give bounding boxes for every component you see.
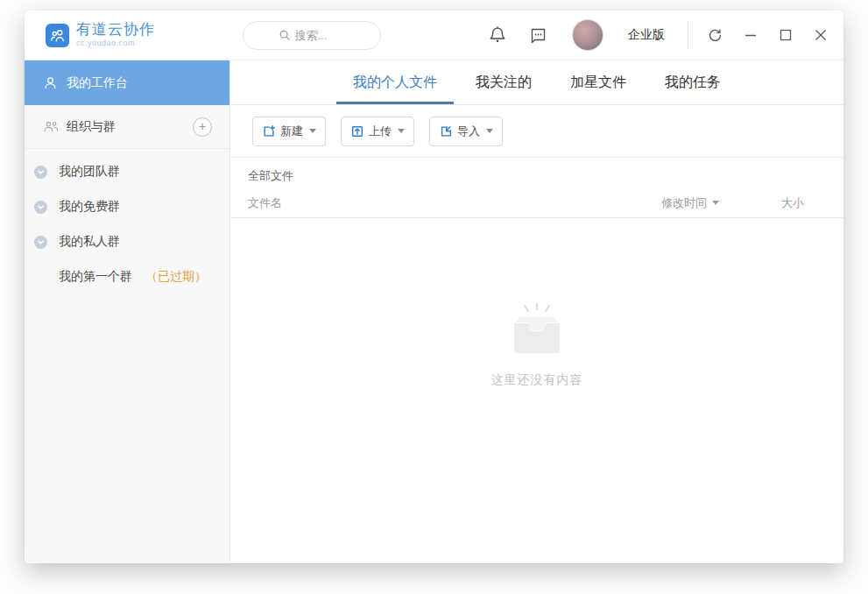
title-bar: 有道云协作 cc.youdao.com [25, 11, 843, 60]
chevron-down-icon [486, 129, 493, 133]
tab-my-tasks[interactable]: 我的任务 [648, 60, 737, 104]
main-area: 我的工作台 组织与群 + 我的团队群 [25, 60, 843, 563]
empty-inbox-icon [504, 301, 570, 364]
refresh-button[interactable] [704, 25, 726, 46]
group-list: 我的团队群 我的免费群 我的私人群 我的第一个群 （已过期） [25, 149, 229, 294]
breadcrumb: 全部文件 [230, 158, 843, 188]
upload-button[interactable]: 上传 [341, 117, 414, 146]
app-title: 有道云协作 [76, 22, 155, 38]
chevron-down-icon [398, 129, 405, 133]
close-icon [814, 28, 828, 42]
sidebar: 我的工作台 组织与群 + 我的团队群 [25, 60, 230, 563]
group-badge-icon [34, 236, 47, 249]
brand-text: 有道云协作 cc.youdao.com [76, 22, 155, 47]
column-size: 大小 [747, 195, 843, 211]
column-modified-time[interactable]: 修改时间 [616, 195, 747, 211]
window-controls [704, 25, 831, 46]
close-button[interactable] [810, 25, 831, 46]
org-groups-label: 组织与群 [67, 119, 116, 135]
search-icon [279, 29, 291, 41]
group-badge-icon [34, 201, 47, 214]
content-area: 我的个人文件 我关注的 加星文件 我的任务 新建 [230, 60, 843, 563]
workspace-label: 我的工作台 [67, 75, 128, 91]
chevron-down-icon [309, 129, 316, 133]
user-avatar[interactable] [572, 19, 603, 51]
brand: 有道云协作 cc.youdao.com [46, 22, 155, 47]
sidebar-item-free-group[interactable]: 我的免费群 [25, 189, 229, 224]
app-subtitle: cc.youdao.com [76, 39, 155, 47]
group-label: 我的免费群 [59, 199, 120, 215]
sort-caret-icon [712, 201, 719, 205]
tab-following[interactable]: 我关注的 [459, 60, 548, 104]
modified-time-label: 修改时间 [661, 195, 707, 211]
new-file-icon [262, 124, 276, 138]
notifications-button[interactable] [485, 22, 510, 48]
column-file-name: 文件名 [230, 195, 616, 211]
sidebar-item-first-group[interactable]: 我的第一个群 （已过期） [25, 259, 229, 294]
maximize-button[interactable] [775, 25, 796, 46]
empty-state: 这里还没有内容 [230, 301, 843, 388]
search-box[interactable] [243, 21, 381, 50]
expired-badge: （已过期） [145, 269, 207, 285]
tab-personal-files[interactable]: 我的个人文件 [336, 60, 454, 104]
person-icon [43, 75, 58, 90]
upload-icon [350, 124, 364, 138]
sidebar-item-private-group[interactable]: 我的私人群 [25, 224, 229, 259]
bell-icon [489, 25, 506, 45]
refresh-icon [708, 28, 723, 43]
app-logo-icon [46, 24, 69, 47]
add-group-button[interactable]: + [193, 117, 212, 137]
maximize-icon [779, 28, 793, 42]
new-button[interactable]: 新建 [252, 117, 326, 146]
tab-bar: 我的个人文件 我关注的 加星文件 我的任务 [230, 60, 843, 105]
import-button-label: 导入 [457, 124, 480, 139]
minimize-icon [744, 28, 758, 42]
edition-label[interactable]: 企业版 [626, 24, 667, 46]
header-divider [688, 23, 688, 47]
import-button[interactable]: 导入 [429, 117, 503, 146]
import-icon [439, 124, 453, 138]
tab-starred-files[interactable]: 加星文件 [554, 60, 643, 104]
sidebar-item-org-groups[interactable]: 组织与群 + [25, 105, 229, 149]
search-input[interactable] [295, 29, 346, 42]
messages-button[interactable] [526, 23, 551, 48]
people-group-icon [43, 120, 59, 133]
toolbar: 新建 上传 导入 [230, 105, 843, 158]
sidebar-item-team-group[interactable]: 我的团队群 [25, 154, 229, 189]
header-actions: 企业版 [485, 19, 831, 51]
app-window: 有道云协作 cc.youdao.com [25, 11, 843, 563]
group-badge-icon [34, 166, 47, 179]
empty-state-text: 这里还没有内容 [491, 372, 583, 388]
file-table-header: 文件名 修改时间 大小 [230, 188, 843, 218]
breadcrumb-all-files[interactable]: 全部文件 [248, 169, 293, 182]
new-button-label: 新建 [280, 124, 303, 139]
minimize-button[interactable] [740, 25, 761, 46]
group-label: 我的私人群 [59, 234, 120, 250]
sidebar-item-workspace[interactable]: 我的工作台 [25, 60, 229, 105]
chat-bubble-icon [529, 26, 547, 45]
group-label: 我的团队群 [59, 164, 120, 180]
group-label: 我的第一个群 [59, 269, 132, 285]
upload-button-label: 上传 [369, 124, 392, 139]
